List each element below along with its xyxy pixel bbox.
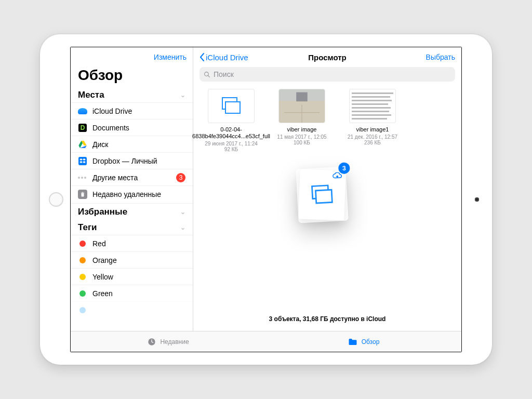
front-camera [475,197,479,202]
sidebar-item-label: Documents [92,124,185,132]
tags-header[interactable]: Теги ⌄ [71,219,193,235]
tags-header-label: Теги [78,222,97,233]
file-name: viber image1 [356,126,389,133]
screen: Изменить Обзор Места ⌄ iCloud Drive D Do… [70,47,462,352]
sidebar-item-label: Диск [92,140,185,149]
tag-dot-icon [78,289,87,298]
documents-app-icon: D [78,123,87,132]
nav-bar: iCloud Drive Просмотр Выбрать [193,47,461,67]
tab-label: Обзор [362,338,380,345]
file-name: viber image [287,126,317,133]
sidebar-item-label: Dropbox — Личный [92,157,185,165]
file-size: 100 КБ [294,140,310,145]
trash-icon [78,190,87,199]
sidebar-item-more-locations[interactable]: Другие места 3 [71,169,193,185]
file-item[interactable]: 0-02-04-6838b4fe39044cc4...e53cf_full 29… [203,89,260,152]
file-date: 11 мая 2017 г., 12:05 [277,134,326,140]
file-date: 21 дек. 2016 г., 12:57 [348,134,397,140]
stack-icon [220,97,242,115]
sidebar-item-label: Недавно удаленные [92,190,185,198]
tag-red[interactable]: Red [71,235,193,251]
home-button[interactable] [49,192,63,207]
sidebar-item-icloud[interactable]: iCloud Drive [71,102,193,119]
file-thumbnail [278,89,325,123]
search-input[interactable]: Поиск [200,67,455,82]
back-label: iCloud Drive [206,53,248,62]
tag-label: Yellow [92,273,185,281]
search-icon [204,71,210,78]
locations-header-label: Места [78,90,104,100]
sidebar-item-label: iCloud Drive [92,107,185,115]
main-pane: iCloud Drive Просмотр Выбрать Поиск [193,47,461,331]
clock-icon [148,338,156,346]
tag-label: Green [92,289,185,298]
sidebar-item-dropbox[interactable]: Dropbox — Личный [71,152,193,169]
favorites-header[interactable]: Избранные ⌄ [71,203,193,219]
dropbox-icon [78,156,87,166]
ellipsis-icon [78,173,87,182]
tag-more[interactable] [71,301,193,318]
tag-dot-icon [78,239,87,248]
file-thumbnail [349,89,396,123]
file-size: 92 КБ [224,147,238,152]
chevron-down-icon: ⌄ [180,224,185,231]
tag-dot-icon [78,305,87,315]
edit-button[interactable]: Изменить [154,53,187,61]
svg-rect-7 [296,92,308,102]
svg-line-4 [208,75,209,77]
stack-icon [310,184,335,206]
svg-rect-11 [315,190,332,203]
file-grid: 0-02-04-6838b4fe39044cc4...e53cf_full 29… [193,87,461,154]
tag-green[interactable]: Green [71,285,193,301]
file-thumbnail [208,89,255,123]
chevron-down-icon: ⌄ [180,208,185,216]
drag-preview-card[interactable]: 3 [296,166,348,223]
device-frame: Изменить Обзор Места ⌄ iCloud Drive D Do… [40,34,492,365]
sidebar: Изменить Обзор Места ⌄ iCloud Drive D Do… [71,47,193,331]
tag-label: Red [92,240,185,248]
status-text: 3 объекта, 31,68 ГБ доступно в iCloud [193,315,461,323]
chevron-down-icon: ⌄ [180,91,185,99]
sidebar-item-recently-deleted[interactable]: Недавно удаленные [71,185,193,202]
locations-header[interactable]: Места ⌄ [71,87,193,102]
cloud-upload-icon [332,172,342,180]
svg-rect-6 [225,102,240,113]
notification-badge: 3 [176,173,185,182]
file-item[interactable]: viber image 11 мая 2017 г., 12:05 100 КБ [273,89,330,152]
tag-label: Orange [92,256,185,264]
bottom-toolbar: Недавние Обзор [71,331,461,352]
sidebar-item-google-drive[interactable]: Диск [71,136,193,152]
sidebar-item-label: Другие места [92,174,171,182]
tag-yellow[interactable]: Yellow [71,268,193,285]
tab-recents[interactable]: Недавние [71,331,266,352]
google-drive-icon [78,140,87,149]
select-button[interactable]: Выбрать [426,53,455,61]
file-date: 29 июня 2017 г., 11:24 [205,141,258,147]
favorites-header-label: Избранные [78,207,127,217]
tab-label: Недавние [160,338,189,345]
tab-browse[interactable]: Обзор [266,331,461,352]
sidebar-title: Обзор [71,67,193,87]
file-size: 236 КБ [364,140,381,145]
tag-orange[interactable]: Orange [71,251,193,268]
icloud-icon [78,107,87,116]
tag-dot-icon [78,256,87,265]
sidebar-item-documents[interactable]: D Documents [71,119,193,136]
file-name: 0-02-04-6838b4fe39044cc4...e53cf_full [192,126,270,140]
folder-icon [348,338,357,345]
search-placeholder: Поиск [214,70,234,78]
back-button[interactable]: iCloud Drive [200,53,248,62]
tag-dot-icon [78,272,87,282]
chevron-left-icon [200,53,205,61]
file-item[interactable]: viber image1 21 дек. 2016 г., 12:57 236 … [344,89,401,152]
